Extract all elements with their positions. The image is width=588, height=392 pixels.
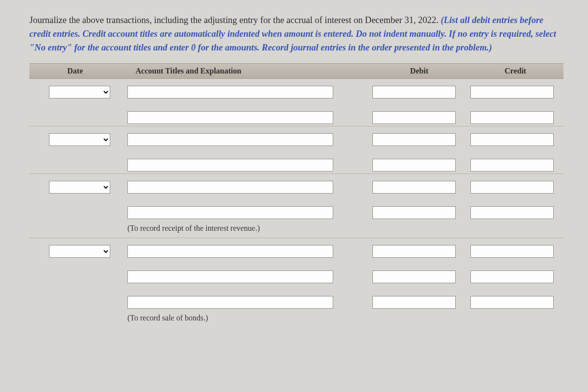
account-input[interactable] xyxy=(127,86,333,98)
explanation-interest: (To record receipt of the interest reven… xyxy=(127,219,363,236)
credit-input[interactable] xyxy=(470,270,554,283)
date-select[interactable] xyxy=(49,181,110,194)
debit-input[interactable] xyxy=(372,133,456,146)
header-date: Date xyxy=(29,67,121,75)
debit-input[interactable] xyxy=(372,245,456,258)
account-input[interactable] xyxy=(127,181,333,194)
account-input[interactable] xyxy=(127,245,333,258)
debit-input[interactable] xyxy=(372,206,456,219)
account-input[interactable] xyxy=(127,111,333,124)
account-input[interactable] xyxy=(127,296,333,309)
journal-table: Date Account Titles and Explanation Debi… xyxy=(29,63,564,327)
date-select[interactable] xyxy=(49,245,110,258)
debit-input[interactable] xyxy=(372,181,456,194)
credit-input[interactable] xyxy=(470,133,554,146)
debit-input[interactable] xyxy=(372,159,456,172)
credit-input[interactable] xyxy=(470,296,554,309)
debit-input[interactable] xyxy=(372,270,456,283)
account-input[interactable] xyxy=(127,270,333,283)
debit-input[interactable] xyxy=(372,296,456,309)
credit-input[interactable] xyxy=(470,111,554,124)
table-header-row: Date Account Titles and Explanation Debi… xyxy=(29,63,564,79)
table-row: (To record sale of bonds.) xyxy=(29,238,564,327)
header-debit: Debit xyxy=(371,67,467,75)
account-input[interactable] xyxy=(127,159,333,172)
credit-input[interactable] xyxy=(470,206,554,219)
debit-input[interactable] xyxy=(372,86,456,98)
credit-input[interactable] xyxy=(470,181,554,194)
table-row: (To record receipt of the interest reven… xyxy=(29,174,564,238)
account-input[interactable] xyxy=(127,133,333,146)
instructions-text: Journalize the above transactions, inclu… xyxy=(29,14,564,54)
date-select[interactable] xyxy=(49,86,110,98)
table-row xyxy=(29,79,564,126)
table-row xyxy=(29,126,564,174)
credit-input[interactable] xyxy=(470,245,554,258)
credit-input[interactable] xyxy=(470,86,554,98)
header-account: Account Titles and Explanation xyxy=(121,67,371,75)
explanation-sale: (To record sale of bonds.) xyxy=(127,309,363,325)
account-input[interactable] xyxy=(127,206,333,219)
debit-input[interactable] xyxy=(372,111,456,124)
header-credit: Credit xyxy=(467,67,564,75)
date-select[interactable] xyxy=(49,133,110,146)
instruction-plain: Journalize the above transactions, inclu… xyxy=(29,15,441,25)
credit-input[interactable] xyxy=(470,159,554,172)
